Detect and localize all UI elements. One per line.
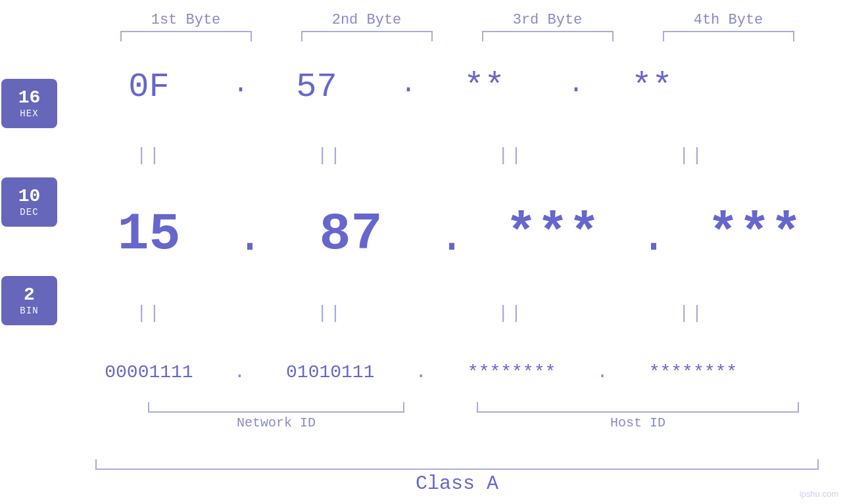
bin-byte1-value: 00001111 [105, 362, 193, 382]
class-bracket [95, 459, 819, 470]
dec-row: 15 . 87 . *** . *** [59, 204, 845, 264]
dec-byte2-cell: 87 [260, 204, 441, 264]
bin-byte4-cell: ******** [602, 362, 783, 382]
byte1-header: 1st Byte [95, 12, 276, 28]
byte2-header: 2nd Byte [276, 12, 457, 28]
bracket-byte3 [457, 31, 638, 41]
dec-dot1: . [236, 212, 264, 263]
bracket-line-4 [663, 31, 794, 41]
bin-byte4-value: ******** [649, 362, 737, 382]
network-id-label: Network ID [95, 411, 457, 430]
eq1-b3: || [420, 145, 601, 166]
bin-byte3-value: ******** [468, 362, 556, 382]
eq1-b1: || [59, 145, 239, 166]
hex-byte4-cell: ** [562, 68, 742, 106]
byte3-header: 3rd Byte [457, 12, 638, 28]
bracket-line-1 [120, 31, 252, 41]
dec-dot3: . [640, 212, 667, 263]
hex-byte4-value: ** [631, 68, 672, 106]
dec-dot2: . [438, 212, 466, 263]
bracket-line-2 [301, 31, 433, 41]
dec-badge: 10 DEC [1, 177, 57, 227]
rows-container: 16 HEX 10 DEC 2 BIN 0F . 57 [0, 41, 845, 402]
bottom-section: Network ID Host ID Class A [95, 402, 845, 504]
byte-headers: 1st Byte 2nd Byte 3rd Byte 4th Byte [95, 0, 845, 28]
bracket-byte4 [638, 31, 819, 41]
bin-num: 2 [24, 285, 35, 306]
class-a-label: Class A [95, 470, 819, 495]
equals-row-2: || || || || [59, 303, 845, 323]
bracket-line-3 [482, 31, 614, 41]
bin-byte1-cell: 00001111 [59, 362, 239, 382]
host-id-label: Host ID [457, 411, 819, 430]
hex-badge: 16 HEX [1, 79, 57, 128]
main-grid: 0F . 57 . ** . ** || || || || [59, 41, 845, 402]
hex-byte3-value: ** [464, 68, 504, 106]
bin-byte2-value: 01010111 [286, 362, 374, 382]
bin-badge: 2 BIN [1, 276, 57, 325]
main-container: 1st Byte 2nd Byte 3rd Byte 4th Byte 16 H… [0, 0, 845, 504]
dec-num: 10 [18, 187, 41, 207]
hex-byte2-value: 57 [296, 68, 337, 106]
dec-byte4-cell: *** [664, 204, 845, 264]
bracket-byte1 [95, 31, 276, 41]
dec-byte1-cell: 15 [59, 204, 239, 264]
top-brackets [95, 31, 845, 41]
label-column: 16 HEX 10 DEC 2 BIN [0, 41, 59, 402]
hex-row: 0F . 57 . ** . ** [59, 68, 845, 106]
bracket-byte2 [276, 31, 457, 41]
watermark: ipshu.com [800, 489, 838, 499]
equals-row-1: || || || || [59, 145, 845, 166]
id-labels: Network ID Host ID [95, 411, 819, 430]
byte4-header: 4th Byte [638, 12, 819, 28]
dec-byte2-value: 87 [319, 204, 382, 264]
dec-byte3-value: *** [505, 204, 600, 264]
eq1-b4: || [601, 145, 782, 166]
dec-byte3-cell: *** [462, 204, 643, 264]
hex-byte1-value: 0F [128, 68, 169, 106]
bin-row: 00001111 . 01010111 . ******** . *******… [59, 362, 845, 382]
hex-byte1-cell: 0F [59, 68, 239, 106]
dec-byte1-value: 15 [117, 204, 180, 264]
eq2-b1: || [59, 303, 239, 323]
hex-num: 16 [18, 88, 41, 108]
eq2-b2: || [239, 303, 420, 323]
dec-byte4-value: *** [707, 204, 802, 264]
bin-byte2-cell: 01010111 [240, 362, 421, 382]
hex-label: HEX [20, 108, 38, 119]
hex-byte3-cell: ** [394, 68, 575, 106]
bin-label: BIN [20, 306, 38, 316]
eq2-b4: || [601, 303, 782, 323]
eq2-b3: || [420, 303, 601, 323]
dec-label: DEC [20, 207, 38, 218]
hex-byte2-cell: 57 [226, 68, 407, 106]
eq1-b2: || [239, 145, 420, 166]
class-a-section: Class A [95, 459, 819, 495]
bin-byte3-cell: ******** [422, 362, 602, 382]
